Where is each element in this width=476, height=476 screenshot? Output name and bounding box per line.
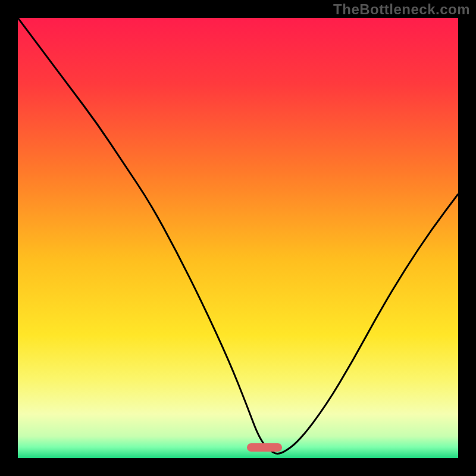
optimal-range-marker [247,443,282,452]
plot-svg [18,18,458,458]
watermark-text: TheBottleneck.com [333,1,470,18]
gradient-background [18,18,458,458]
plot-area [18,18,458,458]
chart-frame: TheBottleneck.com [0,0,476,476]
